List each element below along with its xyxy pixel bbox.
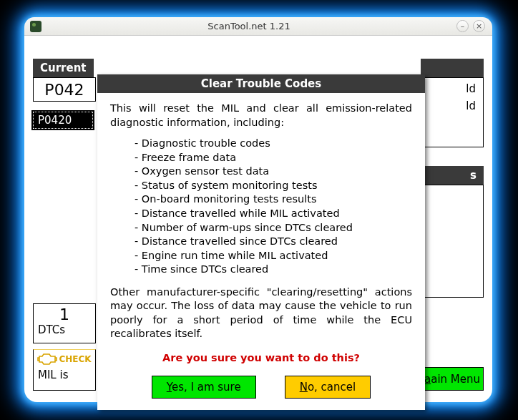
dtc-count-box: 1 DTCs	[33, 303, 96, 343]
dialog-warning: Are you sure you want to do this?	[110, 351, 412, 366]
current-code-display: P042	[33, 77, 96, 102]
window-title: ScanTool.net 1.21	[41, 21, 456, 31]
dialog-outro: Other manufacturer-specific "clearing/re…	[110, 285, 412, 341]
right-header-2: s	[421, 166, 484, 185]
app-icon	[30, 21, 41, 32]
right-header-1	[421, 59, 484, 77]
yes-button[interactable]: Yes, I am sure	[152, 376, 256, 399]
dtc-count-label: DTCs	[34, 323, 95, 336]
dialog-title: Clear Trouble Codes	[97, 74, 425, 93]
dialog-item: Status of system monitoring tests	[135, 179, 412, 193]
dialog-item: Number of warm-ups since DTCs cleared	[135, 221, 412, 235]
dialog-item: Diagnostic trouble codes	[135, 137, 412, 151]
dialog-item: Time since DTCs cleared	[135, 263, 412, 277]
dialog-item: Freeze frame data	[135, 151, 412, 165]
dtc-list-header: Current	[33, 59, 94, 77]
titlebar: ScanTool.net 1.21 – ×	[24, 17, 492, 36]
dialog-item: Oxygen sensor test data	[135, 165, 412, 179]
check-engine-icon: CHECK	[34, 353, 95, 366]
dialog-intro: This will reset the MIL and clear all em…	[110, 102, 412, 130]
mil-status-text: MIL is	[34, 366, 95, 381]
dialog-item: Distance travelled since DTCs cleared	[135, 235, 412, 249]
no-button[interactable]: No, cancel	[285, 376, 371, 399]
clear-codes-dialog: Clear Trouble Codes This will reset the …	[97, 74, 425, 410]
dialog-item: Distance travelled while MIL activated	[135, 207, 412, 221]
main-menu-button[interactable]: aain Menu	[421, 367, 484, 391]
app-window: ScanTool.net 1.21 – × Current P042 P0420…	[24, 17, 492, 402]
dtc-list-box	[33, 106, 96, 298]
dialog-button-row: Yes, I am sure No, cancel	[110, 376, 412, 399]
minimize-button[interactable]: –	[456, 20, 469, 32]
right-label-1b: ld	[421, 95, 483, 112]
dialog-item-list: Diagnostic trouble codes Freeze frame da…	[110, 137, 412, 277]
right-box-2	[421, 185, 484, 298]
dtc-selected-row[interactable]: P0420	[33, 112, 93, 129]
dialog-item: On-board monitoring tests results	[135, 192, 412, 207]
client-area: Current P042 P0420 ld ld s 1 DTCs CHECK …	[29, 40, 488, 398]
dialog-item: Engine run time while MIL activated	[135, 249, 412, 263]
dialog-body: This will reset the MIL and clear all em…	[97, 93, 425, 410]
mil-status-box: CHECK MIL is	[33, 349, 96, 391]
close-button[interactable]: ×	[473, 20, 485, 32]
right-label-1a: ld	[421, 78, 483, 95]
right-box-1: ld ld	[421, 77, 484, 147]
dtc-count-value: 1	[34, 304, 95, 323]
